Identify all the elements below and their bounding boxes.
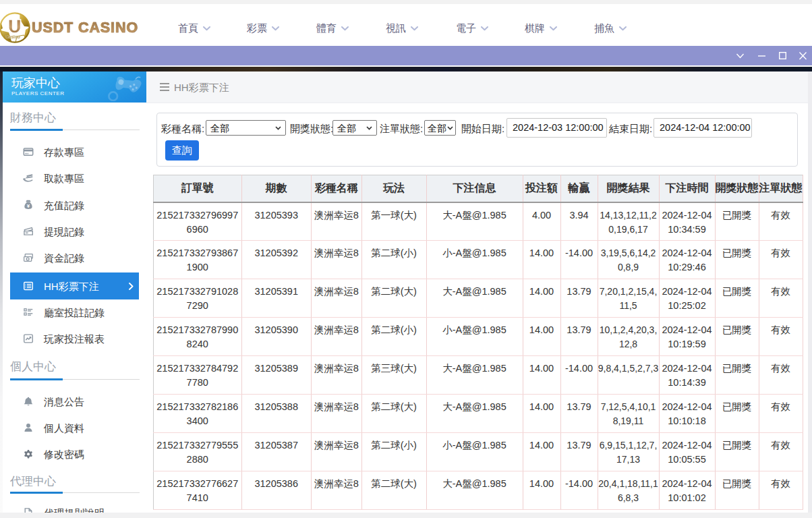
svg-text:Casino: Casino: [5, 34, 20, 39]
svg-text:¥: ¥: [27, 203, 30, 209]
